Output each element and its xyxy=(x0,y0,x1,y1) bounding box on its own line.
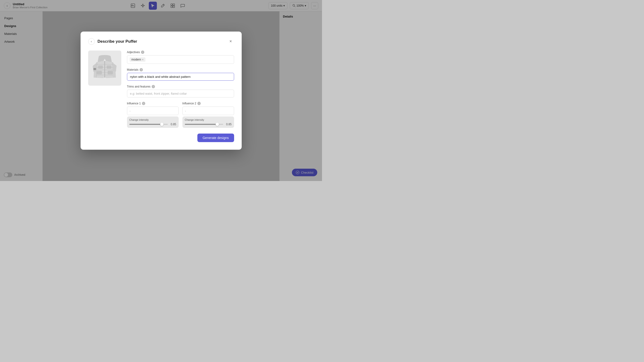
influence2-value: 0.85 xyxy=(225,123,232,126)
influence1-slider-row: 0.85 xyxy=(129,123,176,126)
influence1-placeholder: - xyxy=(130,109,130,113)
trims-input[interactable] xyxy=(127,90,234,97)
materials-input[interactable] xyxy=(127,73,234,81)
adjective-tag-modern: modern × xyxy=(130,57,146,62)
materials-info-icon[interactable]: i xyxy=(140,68,143,71)
influence1-label: Influence 1 i xyxy=(127,102,179,105)
influence1-group: Influence 1 i - Change intensity xyxy=(127,102,179,128)
modal: ‹ Describe your Puffer × xyxy=(80,32,242,150)
close-icon: × xyxy=(229,39,232,44)
svg-rect-13 xyxy=(94,68,96,70)
modal-form: Adjectives i modern × Materials i xyxy=(127,51,234,128)
influence2-slider-row: 0.85 xyxy=(185,123,232,126)
influence1-input[interactable]: - xyxy=(127,106,179,115)
influence2-slider-thumb[interactable] xyxy=(216,123,219,126)
influence2-slider-track[interactable] xyxy=(185,124,223,125)
modal-overlay: ‹ Describe your Puffer × xyxy=(0,0,322,181)
modal-header: ‹ Describe your Puffer × xyxy=(88,38,234,45)
influence1-intensity: Change intensity 0.85 xyxy=(127,116,179,128)
influence1-slider-fill xyxy=(129,124,162,125)
influences-row: Influence 1 i - Change intensity xyxy=(127,102,234,128)
adjectives-input[interactable]: modern × xyxy=(127,55,234,64)
modal-title: Describe your Puffer xyxy=(98,39,228,44)
influence2-label: Influence 2 i xyxy=(182,102,234,105)
trims-label: Trims and features i xyxy=(127,85,234,88)
remove-tag-modern[interactable]: × xyxy=(142,58,143,61)
influence2-input[interactable]: - xyxy=(182,106,234,115)
influence2-slider-fill xyxy=(185,124,218,125)
adjectives-label: Adjectives i xyxy=(127,51,234,54)
influence1-intensity-label: Change intensity xyxy=(129,118,176,121)
influence1-value: 0.85 xyxy=(170,123,176,126)
influence2-intensity-label: Change intensity xyxy=(185,118,232,121)
modal-close-button[interactable]: × xyxy=(228,38,234,45)
influence1-info-icon[interactable]: i xyxy=(142,102,145,105)
svg-rect-10 xyxy=(107,66,111,69)
svg-rect-9 xyxy=(98,66,102,69)
trims-group: Trims and features i xyxy=(127,85,234,97)
modal-body: Adjectives i modern × Materials i xyxy=(88,51,234,128)
adjectives-info-icon[interactable]: i xyxy=(141,51,144,54)
modal-back-icon: ‹ xyxy=(91,40,92,43)
modal-back-button[interactable]: ‹ xyxy=(88,38,95,45)
influence2-info-icon[interactable]: i xyxy=(197,102,201,105)
influence1-slider-track[interactable] xyxy=(129,124,168,125)
influence2-intensity: Change intensity 0.85 xyxy=(182,116,234,128)
generate-button[interactable]: Generate designs xyxy=(197,133,234,142)
adjectives-group: Adjectives i modern × xyxy=(127,51,234,64)
trims-info-icon[interactable]: i xyxy=(152,85,155,88)
modal-footer: Generate designs xyxy=(88,133,234,142)
materials-group: Materials i xyxy=(127,68,234,81)
influence2-placeholder: - xyxy=(185,109,186,113)
materials-label: Materials i xyxy=(127,68,234,71)
modal-product-image xyxy=(88,51,121,86)
influence1-slider-thumb[interactable] xyxy=(160,123,164,126)
influence2-group: Influence 2 i - Change intensity xyxy=(182,102,234,128)
jacket-illustration xyxy=(92,54,118,82)
